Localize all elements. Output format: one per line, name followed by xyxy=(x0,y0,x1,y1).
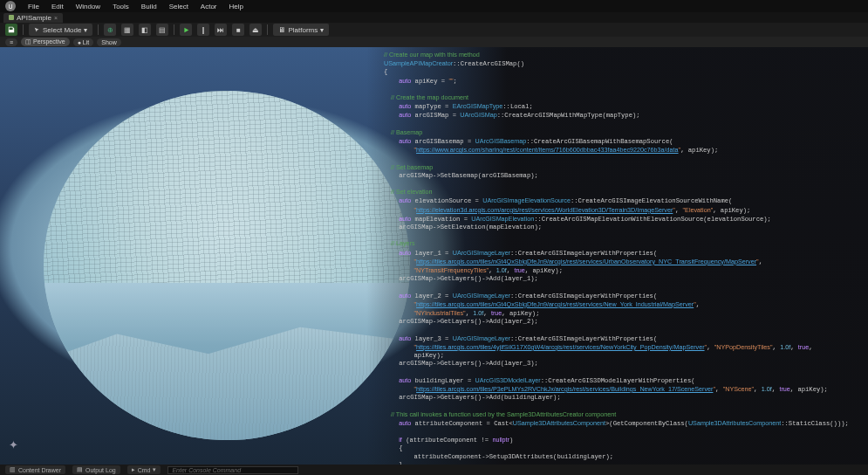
save-button[interactable] xyxy=(5,24,17,36)
close-icon[interactable]: × xyxy=(54,15,58,21)
select-mode-dropdown[interactable]: Select Mode ▾ xyxy=(29,24,92,36)
menu-file[interactable]: File xyxy=(28,3,39,10)
viewport-toolbar: ≡ ◫ Perspective ● Lit Show xyxy=(0,37,868,47)
bulb-icon: ● xyxy=(78,39,81,45)
stop-icon: ■ xyxy=(236,26,241,34)
platforms-label: Platforms xyxy=(288,26,318,34)
stop-button[interactable]: ■ xyxy=(232,24,244,36)
cmd-dropdown[interactable]: ▸ Cmd ▾ xyxy=(127,465,161,474)
menu-actor[interactable]: Actor xyxy=(201,3,217,10)
terminal-icon: ▸ xyxy=(132,466,135,473)
blueprint-button[interactable]: ◧ xyxy=(139,24,151,36)
pause-button[interactable]: ‖ xyxy=(197,24,209,36)
city-blocks xyxy=(44,91,410,300)
cmd-label: Cmd xyxy=(138,467,151,473)
chevron-down-icon: ▾ xyxy=(320,26,324,34)
separator xyxy=(174,24,174,35)
level-icon xyxy=(9,15,14,20)
content-drawer-button[interactable]: ▥ Content Drawer xyxy=(5,465,65,474)
content-drawer-label: Content Drawer xyxy=(18,467,61,473)
menu-tools[interactable]: Tools xyxy=(113,3,129,10)
eject-icon: ⏏ xyxy=(252,26,259,34)
perspective-dropdown[interactable]: ◫ Perspective xyxy=(21,38,70,46)
pause-icon: ‖ xyxy=(202,26,205,34)
play-icon xyxy=(183,27,189,33)
marketplace-button[interactable]: ▦ xyxy=(121,24,133,36)
perspective-label: Perspective xyxy=(33,38,65,45)
menu-select[interactable]: Select xyxy=(169,3,188,10)
monitor-icon: 🖥 xyxy=(278,26,285,34)
save-icon xyxy=(8,26,15,33)
cursor-icon xyxy=(34,27,40,33)
lit-label: Lit xyxy=(83,39,89,45)
drawer-icon: ▥ xyxy=(10,466,16,473)
tab-label: APISample xyxy=(17,14,51,22)
menu-edit[interactable]: Edit xyxy=(51,3,64,10)
main-toolbar: Select Mode ▾ ⊕ ▦ ◧ ▤ ‖ ⏭ ■ ⏏ 🖥 Platform… xyxy=(0,23,868,37)
separator xyxy=(23,24,24,35)
tab-apisample[interactable]: APISample × xyxy=(3,13,63,23)
map-extent xyxy=(44,91,410,440)
main-area: ✦ // Create our map with this method USa… xyxy=(0,47,868,465)
play-button[interactable] xyxy=(180,24,192,36)
status-bar: ▥ Content Drawer ▤ Output Log ▸ Cmd ▾ En… xyxy=(0,465,868,475)
separator xyxy=(98,24,99,35)
add-content-button[interactable]: ⊕ xyxy=(104,24,116,36)
code-body: // Create our map with this method USamp… xyxy=(384,51,859,465)
show-dropdown[interactable]: Show xyxy=(97,38,121,46)
menu-window[interactable]: Window xyxy=(76,3,100,10)
output-log-button[interactable]: ▤ Output Log xyxy=(72,465,120,474)
perspective-icon: ◫ xyxy=(25,38,31,45)
log-icon: ▤ xyxy=(77,466,83,473)
menu-help[interactable]: Help xyxy=(229,3,243,10)
cinematics-button[interactable]: ▤ xyxy=(156,24,168,36)
separator xyxy=(267,24,268,35)
platforms-dropdown[interactable]: 🖥 Platforms ▾ xyxy=(273,24,329,36)
code-overlay: // Create our map with this method USamp… xyxy=(366,47,868,465)
menu-bar: U File Edit Window Tools Build Select Ac… xyxy=(0,0,868,12)
skip-icon: ⏭ xyxy=(217,26,224,34)
blueprint-icon: ◧ xyxy=(141,26,148,34)
plus-icon: ⊕ xyxy=(107,26,113,34)
chevron-down-icon: ▾ xyxy=(84,26,87,34)
compass-icon[interactable]: ✦ xyxy=(9,438,23,452)
menu-build[interactable]: Build xyxy=(141,3,157,10)
chevron-down-icon: ▾ xyxy=(153,466,156,473)
output-log-label: Output Log xyxy=(85,467,116,473)
lit-dropdown[interactable]: ● Lit xyxy=(73,38,94,46)
clapper-icon: ▤ xyxy=(159,26,166,34)
console-input[interactable]: Enter Console Command xyxy=(167,466,298,474)
eject-button[interactable]: ⏏ xyxy=(249,24,262,36)
select-mode-label: Select Mode xyxy=(43,26,81,34)
tab-bar: APISample × xyxy=(0,12,868,23)
grid-icon: ▦ xyxy=(124,26,131,34)
step-button[interactable]: ⏭ xyxy=(215,24,227,36)
viewport-options[interactable]: ≡ xyxy=(5,38,17,46)
app-logo-icon: U xyxy=(5,1,16,11)
